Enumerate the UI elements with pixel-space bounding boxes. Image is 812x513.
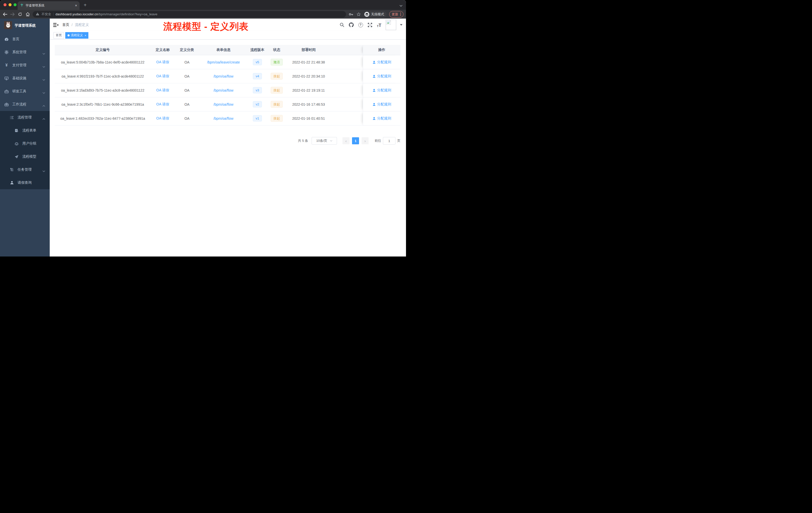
assign-rule-link[interactable]: 分配规则 [372, 116, 391, 121]
maximize-window-button[interactable] [13, 3, 17, 6]
warning-icon [36, 12, 39, 17]
sidebar-item-task-mgmt[interactable]: 任务管理 [0, 163, 50, 176]
sidebar-item-user-group[interactable]: 用户分组 [0, 137, 50, 150]
sidebar-logo: 芋道管理系统 [0, 19, 50, 33]
breadcrumb-home[interactable]: 首页 [62, 23, 69, 27]
reload-icon[interactable] [18, 12, 23, 17]
toolbox-icon [4, 90, 8, 93]
status-tag: 激活 [271, 59, 283, 65]
definition-name-link[interactable]: OA 请假 [156, 88, 169, 93]
kebab-menu-icon[interactable] [400, 12, 401, 16]
incognito-badge: 无痕模式 [364, 11, 387, 18]
gear-icon [4, 50, 8, 54]
minimize-window-button[interactable] [8, 3, 11, 6]
forward-icon[interactable] [10, 12, 15, 17]
tag-process-definition[interactable]: 流程定义 × [65, 32, 88, 39]
sidebar-item-leave-query[interactable]: 请假查询 [0, 176, 50, 189]
sidebar-item-payment[interactable]: ¥ 支付管理 [0, 59, 50, 72]
close-window-button[interactable] [3, 3, 6, 6]
definition-id: oa_leave:4:991f2193-7b7f-11ec-a3c8-acde4… [55, 69, 151, 83]
definition-id: oa_leave:3:1fad3d93-7b75-11ec-a3c8-acde4… [55, 83, 151, 97]
traffic-lights[interactable] [3, 3, 17, 6]
avatar[interactable] [386, 20, 396, 30]
sidebar-item-workflow[interactable]: 工作流程 [0, 98, 50, 111]
home-icon[interactable] [25, 12, 30, 17]
tag-home[interactable]: 首页 [54, 32, 64, 39]
back-icon[interactable] [2, 12, 7, 17]
update-menu-button[interactable]: 更新 [389, 11, 404, 18]
browser-tab[interactable]: 芋道管理系统 × [18, 1, 80, 10]
fullscreen-icon[interactable] [367, 22, 373, 28]
sidebar-item-system[interactable]: 系统管理 [0, 46, 50, 59]
password-key-icon[interactable] [348, 12, 353, 17]
current-page-button[interactable]: 1 [352, 137, 359, 144]
sidebar-item-process-form[interactable]: 流程表单 [0, 124, 50, 137]
logo-rabbit-avatar [4, 21, 12, 30]
deploy-time: 2022-01-22 20:34:10 [287, 69, 331, 83]
assign-rule-link[interactable]: 分配规则 [372, 88, 391, 93]
person-icon [10, 181, 14, 184]
assign-rule-link[interactable]: 分配规则 [372, 60, 391, 64]
assign-rule-link[interactable]: 分配规则 [372, 74, 391, 79]
tab-close-icon[interactable]: × [75, 4, 77, 7]
chevron-up-icon [42, 104, 45, 108]
update-label[interactable]: 更新 [392, 12, 398, 17]
chevron-down-icon [42, 78, 45, 82]
version-badge: v1 [253, 115, 262, 121]
form-info-link[interactable]: /bpm/oa/flow [213, 74, 233, 78]
chevron-up-icon [42, 117, 45, 121]
avatar-caret-icon[interactable] [400, 24, 403, 26]
bookmark-star-icon[interactable] [356, 12, 361, 17]
form-info-link[interactable]: /bpm/oa/flow [213, 88, 233, 92]
next-page-button[interactable]: › [361, 137, 369, 144]
url-divider [53, 12, 54, 16]
table-row: oa_leave:3:1fad3d93-7b75-11ec-a3c8-acde4… [55, 83, 401, 97]
sidebar-item-process-model[interactable]: 流程模型 [0, 150, 50, 163]
table-row: oa_leave:2:3c1f0ef1-76b1-11ec-9c66-a2380… [55, 97, 401, 112]
status-tag: 挂起 [271, 87, 283, 94]
status-tag: 挂起 [271, 73, 283, 80]
definition-name-link[interactable]: OA 请假 [156, 102, 169, 107]
pagination: 共 5 条 10条/页 ‹ 1 › 前往 页 [55, 137, 401, 145]
page-size-select[interactable]: 10条/页 [312, 137, 337, 145]
column-header: 部署时间 [287, 45, 331, 55]
hamburger-icon[interactable] [53, 23, 58, 27]
github-icon[interactable] [348, 22, 354, 28]
status-tag: 挂起 [271, 115, 283, 122]
address-bar[interactable]: 不安全 dashboard.yudao.iocoder.cn/bpm/manag… [33, 11, 346, 18]
form-info-link[interactable]: /bpm/oa/flow [213, 102, 233, 107]
goto-page-input[interactable] [383, 137, 396, 145]
tab-title: 芋道管理系统 [26, 3, 73, 8]
url-text[interactable]: dashboard.yudao.iocoder.cn/bpm/manager/d… [56, 12, 157, 16]
tab-search-chevron-icon[interactable] [400, 3, 403, 8]
version-badge: v3 [253, 87, 262, 93]
assign-rule-link[interactable]: 分配规则 [372, 102, 391, 107]
status-tag: 挂起 [271, 101, 283, 108]
tag-close-icon[interactable]: × [85, 34, 86, 37]
version-badge: v2 [253, 101, 262, 108]
app-title: 芋道管理系统 [14, 23, 36, 28]
form-info-link[interactable]: /bpm/oa/leave/create [207, 60, 240, 64]
goto-label: 前往 [375, 139, 381, 143]
new-tab-button[interactable]: + [82, 2, 88, 8]
security-label[interactable]: 不安全 [41, 12, 51, 17]
column-header: 定义分类 [175, 45, 199, 55]
briefcase-icon [4, 103, 8, 107]
sidebar-item-devtools[interactable]: 研发工具 [0, 85, 50, 98]
url-path: /bpm/manager/definition?key=oa_leave [98, 12, 157, 16]
sidebar-item-process-mgmt[interactable]: 流程管理 [0, 111, 50, 124]
paper-plane-icon [14, 155, 19, 159]
definition-name-link[interactable]: OA 请假 [156, 74, 169, 79]
font-size-icon[interactable]: TT [376, 22, 382, 28]
table-row: oa_leave:1:482ec033-762a-11ec-8477-a2380… [55, 112, 401, 125]
form-info-link[interactable]: /bpm/oa/flow [213, 117, 233, 120]
help-icon[interactable]: ? [358, 22, 363, 28]
prev-page-button[interactable]: ‹ [343, 137, 349, 144]
sidebar-item-home[interactable]: 首页 [0, 33, 50, 46]
definition-name-link[interactable]: OA 请假 [156, 116, 169, 121]
definition-name-link[interactable]: OA 请假 [156, 60, 169, 64]
column-header: 状态 [267, 45, 287, 55]
search-icon[interactable] [339, 22, 345, 28]
browser-window: 芋道管理系统 × + 不安全 dashboard.yudao.iocoder.c… [0, 0, 406, 256]
sidebar-item-infra[interactable]: 基础设施 [0, 72, 50, 85]
